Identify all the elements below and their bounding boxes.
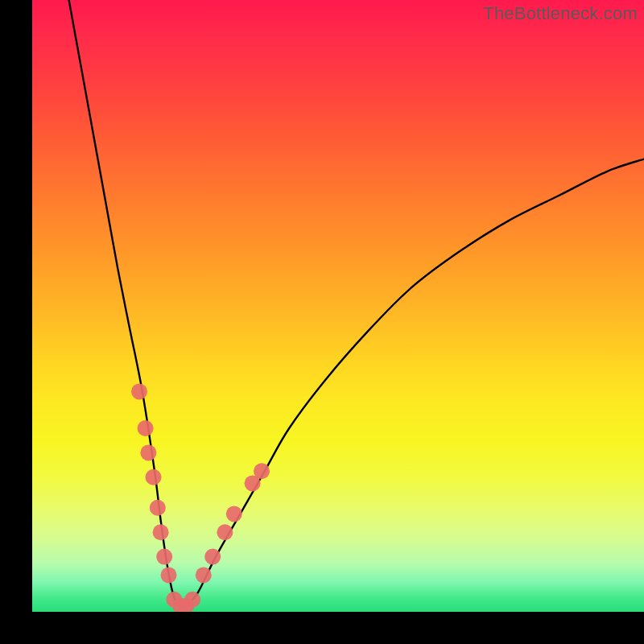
highlight-dot [217,524,233,540]
highlight-dot [254,463,270,479]
highlight-dot [204,549,221,565]
bottleneck-curve [69,0,644,607]
highlight-dot [161,567,177,583]
plot-area: TheBottleneck.com [32,0,644,612]
highlight-dot [196,567,212,583]
highlight-dot [131,383,147,399]
chart-frame: TheBottleneck.com [0,0,644,644]
highlight-dot [153,524,169,540]
highlight-dot [150,500,166,516]
chart-svg [32,0,644,612]
highlight-dot [184,592,200,608]
highlight-dot [146,469,162,485]
highlight-dot [156,549,172,565]
highlight-dot [138,420,154,436]
highlight-dot [140,444,156,460]
highlight-dot [226,506,242,522]
